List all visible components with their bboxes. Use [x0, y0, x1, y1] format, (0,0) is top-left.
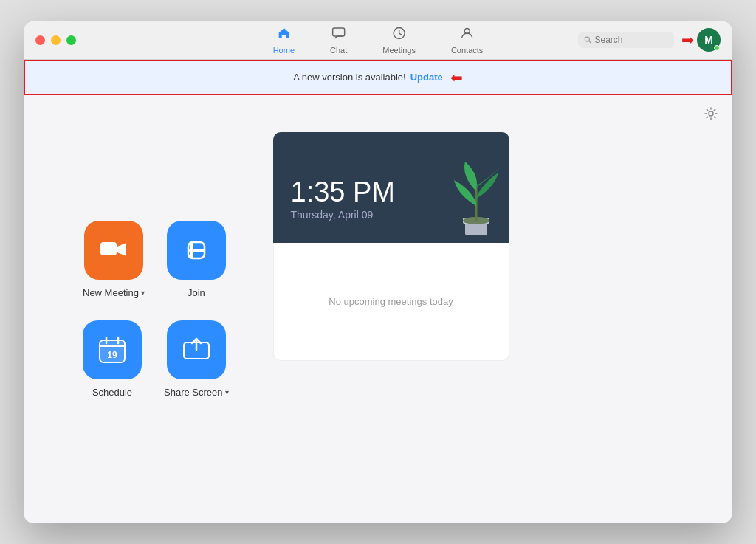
arrow-to-avatar-icon: ➡ [681, 31, 694, 49]
traffic-lights [35, 35, 76, 45]
nav-tabs: Home Chat [267, 23, 489, 58]
clock-widget: 1:35 PM Thursday, April 09 [273, 132, 509, 243]
search-input[interactable] [594, 35, 668, 45]
tab-contacts[interactable]: Contacts [445, 23, 489, 58]
new-meeting-caret: ▾ [141, 289, 145, 297]
search-bar[interactable] [578, 32, 674, 48]
action-panel: New Meeting ▾ Join [53, 110, 244, 509]
schedule-label: Schedule [92, 387, 132, 398]
app-window: Home Chat [24, 21, 732, 523]
share-screen-item[interactable]: Share Screen ▾ [164, 320, 229, 398]
svg-point-5 [709, 111, 713, 116]
join-item[interactable]: Join [167, 221, 226, 298]
update-banner-text: A new version is available! [293, 72, 405, 83]
schedule-button[interactable]: 19 [83, 320, 142, 379]
new-meeting-label: New Meeting ▾ [83, 287, 145, 298]
svg-line-4 [589, 41, 591, 44]
meetings-icon [392, 26, 407, 44]
nav-right: ➡ M [578, 28, 721, 52]
avatar-initial: M [704, 34, 713, 46]
clock-time: 1:35 PM [291, 178, 396, 206]
update-link[interactable]: Update [410, 72, 443, 83]
plant-decoration [443, 154, 509, 243]
search-icon [584, 35, 591, 44]
settings-icon[interactable] [704, 107, 718, 124]
plant-svg [443, 154, 509, 243]
schedule-item[interactable]: 19 Schedule [83, 320, 142, 398]
plus-icon [183, 237, 210, 264]
action-row-bottom: 19 Schedule S [83, 320, 229, 398]
main-content: New Meeting ▾ Join [24, 95, 732, 523]
tab-meetings-label: Meetings [382, 46, 416, 55]
minimize-button[interactable] [51, 35, 61, 45]
join-label: Join [188, 287, 205, 298]
tab-home-label: Home [273, 46, 295, 55]
svg-text:19: 19 [107, 350, 117, 360]
chat-icon [331, 26, 346, 44]
svg-rect-6 [100, 242, 117, 255]
svg-rect-0 [333, 28, 345, 36]
update-banner: A new version is available! Update ⬅ [24, 60, 732, 95]
maximize-button[interactable] [66, 35, 76, 45]
tab-home[interactable]: Home [267, 23, 300, 58]
share-screen-caret: ▾ [225, 388, 229, 396]
share-screen-button[interactable] [167, 320, 226, 379]
tab-meetings[interactable]: Meetings [377, 23, 422, 58]
meetings-panel: No upcoming meetings today [273, 243, 509, 361]
calendar-icon: 19 [97, 334, 128, 365]
clock-panel: 1:35 PM Thursday, April 09 [273, 132, 509, 509]
share-screen-icon [182, 337, 211, 363]
new-meeting-item[interactable]: New Meeting ▾ [83, 221, 145, 298]
no-meetings-text: No upcoming meetings today [329, 296, 453, 307]
new-meeting-button[interactable] [84, 221, 143, 280]
close-button[interactable] [35, 35, 45, 45]
share-screen-label: Share Screen ▾ [164, 387, 229, 398]
svg-rect-8 [188, 249, 205, 252]
clock-date: Thursday, April 09 [291, 209, 396, 221]
action-row-top: New Meeting ▾ Join [83, 221, 229, 298]
join-button[interactable] [167, 221, 226, 280]
tab-chat[interactable]: Chat [324, 23, 353, 58]
titlebar: Home Chat [24, 21, 732, 60]
avatar[interactable]: M [697, 28, 721, 52]
arrow-to-update-icon: ⬅ [450, 69, 463, 86]
video-icon [100, 240, 128, 261]
tab-chat-label: Chat [330, 46, 347, 55]
home-icon [276, 26, 291, 44]
online-status-dot [714, 45, 720, 51]
clock-text: 1:35 PM Thursday, April 09 [291, 178, 396, 221]
svg-point-3 [585, 37, 589, 41]
tab-contacts-label: Contacts [451, 46, 483, 55]
contacts-icon [460, 26, 475, 44]
